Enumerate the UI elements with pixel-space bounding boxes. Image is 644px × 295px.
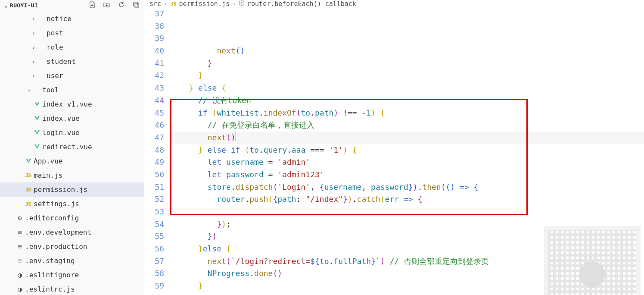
explorer-actions [89, 1, 144, 9]
folder-item[interactable]: ›post [0, 26, 144, 40]
file-name-label: index.vue [41, 114, 80, 122]
file-item[interactable]: ◑.eslintrc.js [0, 282, 144, 295]
code-line[interactable]: } [170, 292, 644, 295]
editor-area: src › JS permission.js › router.beforeEa… [144, 0, 644, 295]
file-name-label: tool [41, 86, 59, 94]
code-line[interactable]: NProgress.done() [170, 267, 644, 280]
file-item[interactable]: ◑.eslintignore [0, 268, 144, 282]
line-number: 49 [144, 156, 164, 169]
file-item[interactable]: JSmain.js [0, 168, 144, 182]
project-name: RUOYI-UI [10, 2, 38, 9]
line-number: 39 [144, 32, 164, 45]
folder-item[interactable]: ›tool [0, 83, 144, 97]
new-file-icon[interactable] [89, 1, 96, 9]
eslint-icon: ◑ [16, 285, 24, 293]
line-number: 48 [144, 144, 164, 157]
code-line[interactable]: next() [170, 45, 644, 57]
refresh-icon[interactable] [118, 1, 125, 9]
collapse-all-icon[interactable] [133, 1, 140, 9]
file-name-label: index_v1.vue [41, 100, 92, 108]
folder-item[interactable]: ›notice [0, 12, 144, 26]
file-name-label: role [46, 43, 63, 51]
folder-item[interactable]: ›user [0, 69, 144, 83]
vue-icon [33, 129, 41, 136]
code-line[interactable]: store.dispatch('Login', {username, passw… [170, 181, 644, 194]
line-number: 51 [144, 181, 164, 194]
file-item[interactable]: login.vue [0, 126, 144, 140]
line-number: 46 [144, 119, 164, 132]
file-item[interactable]: index_v1.vue [0, 97, 144, 111]
file-item[interactable]: App.vue [0, 154, 144, 168]
chevron-right-icon: › [232, 0, 236, 8]
file-item[interactable]: ≡.env.development [0, 225, 144, 239]
line-number: 38 [144, 20, 164, 33]
code-line[interactable]: }) [170, 230, 644, 243]
code-line[interactable]: // 在免登录白名单，直接进入 [170, 119, 644, 132]
breadcrumb-part[interactable]: router.beforeEach() callback [247, 0, 356, 8]
file-name-label: .eslintrc.js [24, 285, 75, 293]
code-line[interactable]: } else if (to.query.aaa === '1') { [170, 144, 644, 157]
file-item[interactable]: JSpermission.js [0, 182, 144, 197]
file-item[interactable]: ≡.env.staging [0, 254, 144, 268]
chevron-right-icon: › [26, 87, 33, 94]
code-line[interactable]: next() [170, 132, 644, 144]
new-folder-icon[interactable] [103, 1, 110, 9]
symbol-method-icon [239, 0, 245, 8]
chevron-right-icon: › [30, 16, 37, 22]
lines-icon: ≡ [16, 242, 24, 251]
code-line[interactable]: } [170, 69, 644, 82]
code-line[interactable]: let password = 'admin123' [170, 169, 644, 181]
lines-icon: ≡ [16, 228, 24, 236]
code-line[interactable]: // 没有token [170, 94, 644, 107]
file-name-label: permission.js [33, 185, 87, 194]
line-number: 41 [144, 57, 164, 70]
code-editor[interactable]: 3738394041424344454647484950515253545556… [144, 8, 644, 295]
file-item[interactable]: ≡.env.production [0, 239, 144, 254]
file-item[interactable]: JSsettings.js [0, 197, 144, 211]
file-name-label: .eslintignore [24, 271, 79, 279]
breadcrumb-part[interactable]: permission.js [179, 0, 230, 8]
file-item[interactable]: redirect.vue [0, 140, 144, 154]
file-name-label: user [46, 72, 63, 80]
file-name-label: .env.staging [24, 257, 75, 265]
line-number: 42 [144, 69, 164, 82]
folder-item[interactable]: ›role [0, 40, 144, 54]
vue-icon [33, 115, 41, 122]
file-item[interactable]: ⚙.editorconfig [0, 211, 144, 225]
js-icon: JS [24, 187, 33, 193]
code-line[interactable]: let username = 'admin' [170, 156, 644, 169]
line-number: 57 [144, 255, 164, 268]
code-line[interactable]: } else { [170, 82, 644, 94]
breadcrumb[interactable]: src › JS permission.js › router.beforeEa… [144, 0, 644, 8]
code-line[interactable]: } [170, 57, 644, 70]
chevron-right-icon: › [30, 72, 37, 79]
code-line[interactable]: if (whiteList.indexOf(to.path) !== -1) { [170, 107, 644, 119]
code-line[interactable] [170, 206, 644, 218]
code-line[interactable]: router.push({path: "/index"}).catch(err … [170, 193, 644, 206]
line-number: 59 [144, 280, 164, 292]
file-name-label: .env.production [24, 242, 87, 251]
line-number: 53 [144, 206, 164, 218]
file-item[interactable]: index.vue [0, 111, 144, 126]
js-icon: JS [24, 201, 33, 207]
folder-item[interactable]: ›student [0, 54, 144, 69]
breadcrumb-part[interactable]: src [149, 0, 161, 8]
line-number: 45 [144, 107, 164, 119]
code-line[interactable]: } [170, 280, 644, 292]
code-line[interactable]: }); [170, 218, 644, 231]
line-number: 55 [144, 230, 164, 243]
line-number: 56 [144, 243, 164, 255]
code-line[interactable]: }else { [170, 243, 644, 255]
code-line[interactable]: next(`/login?redirect=${to.fullPath}`) /… [170, 255, 644, 268]
gear-icon: ⚙ [16, 214, 24, 222]
svg-rect-1 [135, 3, 139, 7]
line-number: 40 [144, 45, 164, 57]
file-name-label: settings.js [33, 200, 79, 208]
line-number: 50 [144, 169, 164, 181]
line-number: 52 [144, 193, 164, 206]
chevron-right-icon: › [30, 30, 37, 37]
vue-icon [33, 144, 41, 151]
code-content[interactable]: next() } } } else { // 没有token if (white… [170, 8, 644, 295]
eslint-icon: ◑ [16, 271, 24, 279]
sidebar-header[interactable]: ⌄ RUOYI-UI [0, 0, 144, 11]
